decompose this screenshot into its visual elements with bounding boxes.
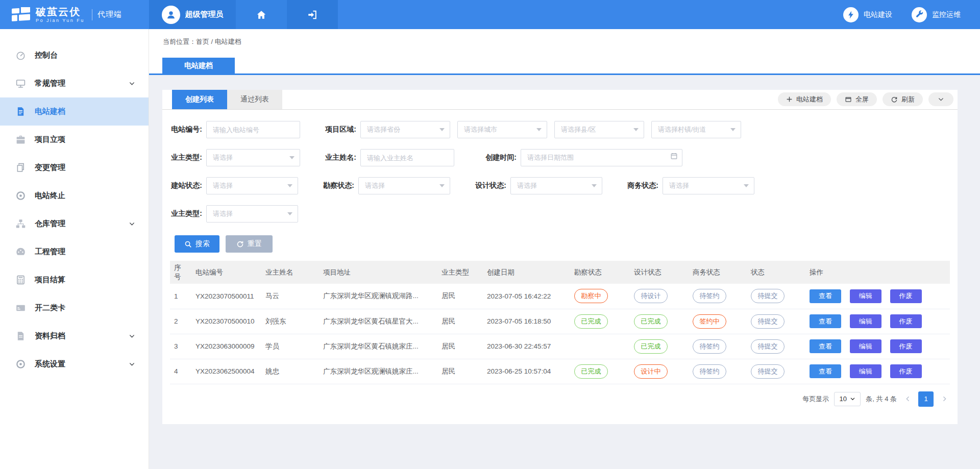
search-button[interactable]: 搜索 xyxy=(175,235,219,253)
table-row: 3 YX2023063000009 学员 广东深圳龙华区黄石镇姚家庄... 居民… xyxy=(170,334,950,359)
view-button[interactable]: 查看 xyxy=(810,364,841,378)
village-select[interactable]: 请选择村镇/街道 xyxy=(651,121,741,138)
station-code-input[interactable] xyxy=(206,121,300,138)
breadcrumb-path: 首页 / 电站建档 xyxy=(196,38,241,45)
file-icon xyxy=(15,331,27,342)
sidebar-item-station-terminate[interactable]: 电站终止 xyxy=(0,182,149,210)
date-range-input[interactable]: 请选择日期范围 xyxy=(521,149,682,166)
void-button[interactable]: 作废 xyxy=(890,314,922,328)
sidebar-item-change-mgmt[interactable]: 变更管理 xyxy=(0,154,149,182)
prev-page-button[interactable] xyxy=(902,392,913,406)
sidebar-item-project-initiation[interactable]: 项目立项 xyxy=(0,126,149,154)
lightning-icon xyxy=(843,7,859,22)
table-row: 2 YX2023070500010 刘强东 广东深圳龙华区黄石镇星官大... 居… xyxy=(170,309,950,334)
pagination: 每页显示 10 条, 共 4 条 1 xyxy=(162,391,950,407)
col-address: 项目地址 xyxy=(319,261,437,284)
sitemap-icon xyxy=(15,218,27,230)
caret-down-icon xyxy=(744,184,749,187)
sidebar-item-general-mgmt[interactable]: 常规管理 xyxy=(0,69,149,97)
calendar-icon xyxy=(670,152,678,160)
sidebar-item-label: 常规管理 xyxy=(35,79,129,88)
status-badge: 待签约 xyxy=(693,364,726,379)
calculator-icon xyxy=(15,275,27,286)
province-select[interactable]: 请选择省份 xyxy=(360,121,450,138)
void-button[interactable]: 作废 xyxy=(890,339,922,353)
fullscreen-button[interactable]: 全屏 xyxy=(837,92,877,106)
page-1-button[interactable]: 1 xyxy=(918,391,934,407)
biz-status-select[interactable]: 请选择 xyxy=(663,177,754,194)
table-header-row: 序号 电站编号 业主姓名 项目地址 业主类型 创建日期 勘察状态 设计状态 商务… xyxy=(170,261,950,284)
sidebar-item-data-archive[interactable]: 资料归档 xyxy=(0,322,149,350)
list-tabs: 创建列表 通过列表 电站建档 全屏 刷新 xyxy=(162,90,958,110)
owner-type-label: 业主类型: xyxy=(170,153,206,162)
city-select[interactable]: 请选择城市 xyxy=(457,121,547,138)
nav-station-build[interactable]: 电站建设 xyxy=(843,0,892,29)
status-badge: 待签约 xyxy=(693,289,726,303)
topbar: 当前位置：首页 / 电站建档 电站建档 xyxy=(149,29,980,75)
edit-button[interactable]: 编辑 xyxy=(850,314,881,328)
card-icon xyxy=(15,303,27,314)
next-page-button[interactable] xyxy=(939,392,950,406)
edit-button[interactable]: 编辑 xyxy=(850,289,881,303)
main-content: 当前位置：首页 / 电站建档 电站建档 创建列表 通过列表 电站建档 全屏 xyxy=(149,29,980,469)
table-row: 4 YX2023062500004 姚忠 广东深圳龙华区观澜镇姚家庄... 居民… xyxy=(170,359,950,384)
sidebar-item-label: 开二类卡 xyxy=(35,303,135,313)
void-button[interactable]: 作废 xyxy=(890,289,922,303)
sidebar-item-station-archive[interactable]: 电站建档 xyxy=(0,97,149,126)
home-button[interactable] xyxy=(236,0,287,29)
edit-button[interactable]: 编辑 xyxy=(850,339,881,353)
brand-title: 破茧云伏 xyxy=(36,7,85,17)
col-no: 序号 xyxy=(170,261,191,284)
chevron-down-icon xyxy=(129,361,135,367)
survey-status-select[interactable]: 请选择 xyxy=(358,177,450,194)
caret-down-icon xyxy=(287,184,292,187)
user-name: 超级管理员 xyxy=(185,10,224,19)
sidebar-item-project-settlement[interactable]: 项目结算 xyxy=(0,266,149,294)
county-select[interactable]: 请选择县/区 xyxy=(554,121,644,138)
chevron-down-icon xyxy=(129,333,135,339)
collapse-toolbar-button[interactable] xyxy=(928,92,953,106)
status-badge: 待提交 xyxy=(751,314,785,329)
per-page-label: 每页显示 xyxy=(802,394,829,404)
edit-button[interactable]: 编辑 xyxy=(850,364,881,378)
view-button[interactable]: 查看 xyxy=(810,314,841,328)
col-code: 电站编号 xyxy=(191,261,261,284)
view-button[interactable]: 查看 xyxy=(810,339,841,353)
status-badge xyxy=(574,343,608,349)
void-button[interactable]: 作废 xyxy=(890,364,922,378)
status-badge: 已完成 xyxy=(634,339,668,354)
status-badge: 待签约 xyxy=(693,339,726,354)
create-station-button[interactable]: 电站建档 xyxy=(778,92,831,106)
logout-button[interactable] xyxy=(287,0,338,29)
chevron-down-icon xyxy=(129,220,135,227)
nav-station-build-label: 电站建设 xyxy=(864,10,892,19)
caret-down-icon xyxy=(287,212,292,215)
tab-create-list[interactable]: 创建列表 xyxy=(172,90,227,109)
build-status-select[interactable]: 请选择 xyxy=(206,177,298,194)
owner-name-input[interactable] xyxy=(360,149,454,166)
sidebar-item-console[interactable]: 控制台 xyxy=(0,41,149,69)
wrench-icon xyxy=(912,7,927,22)
view-button[interactable]: 查看 xyxy=(810,289,841,303)
sidebar-item-system-settings[interactable]: 系统设置 xyxy=(0,350,149,378)
user-menu[interactable]: 超级管理员 xyxy=(149,0,236,29)
nav-monitor-ops[interactable]: 监控运维 xyxy=(912,0,961,29)
tab-passed-list[interactable]: 通过列表 xyxy=(227,90,282,109)
chevron-down-icon xyxy=(129,80,135,87)
reset-button[interactable]: 重置 xyxy=(226,235,273,253)
design-status-select[interactable]: 请选择 xyxy=(510,177,602,194)
sidebar-item-warehouse-mgmt[interactable]: 仓库管理 xyxy=(0,210,149,238)
toolbar: 电站建档 全屏 刷新 xyxy=(778,92,953,106)
page-tab-station-archive[interactable]: 电站建档 xyxy=(162,58,235,73)
chevron-down-icon xyxy=(850,396,855,402)
owner-type2-select[interactable]: 请选择 xyxy=(206,205,298,223)
refresh-button[interactable]: 刷新 xyxy=(883,92,923,106)
caret-down-icon xyxy=(439,184,445,187)
sidebar-item-engineering-mgmt[interactable]: 工程管理 xyxy=(0,238,149,266)
sidebar-item-type2-card[interactable]: 开二类卡 xyxy=(0,294,149,322)
status-badge: 已完成 xyxy=(574,314,608,329)
owner-type-select[interactable]: 请选择 xyxy=(206,149,300,166)
per-page-select[interactable]: 10 xyxy=(834,392,861,406)
filter-form: 电站编号: 项目区域: 请选择省份 请选择城市 请选择县/区 请选择村镇/街道 … xyxy=(162,110,958,223)
sidebar-item-label: 项目结算 xyxy=(35,275,135,285)
